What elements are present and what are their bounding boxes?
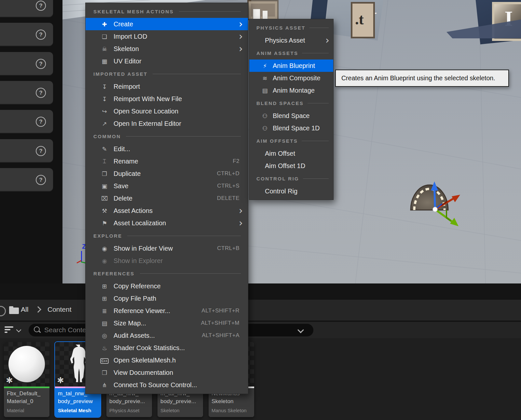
menu-item-open-source-location[interactable]: ↪Open Source Location (86, 105, 248, 117)
menu-item-audit-assets[interactable]: ◎Audit Assets...ALT+SHIFT+A (86, 329, 248, 342)
menu-item-rename[interactable]: ⌶RenameF2 (86, 155, 248, 167)
collapsed-panel-card[interactable]: ? (0, 52, 53, 75)
collapsed-panel-card[interactable]: ? (0, 0, 53, 17)
menu-section-title: AIM OFFSETS (256, 138, 298, 144)
menu-item-create[interactable]: ✚Create› (86, 18, 248, 30)
gizmo-z-axis-arrow[interactable] (434, 189, 435, 209)
menu-item-label: Physics Asset (265, 37, 305, 44)
menu-section-header-blend-spaces: BLEND SPACES (249, 97, 333, 110)
asset-tile-footer: Fbx_Default_Material_0Material (4, 388, 49, 417)
help-question-icon[interactable]: ? (36, 30, 46, 40)
help-question-icon[interactable]: ? (36, 1, 46, 11)
asset-name: Fbx_Default_Material_0 (7, 390, 47, 405)
menu-item-connect-to-source-control[interactable]: ⋔Connect To Source Control... (86, 379, 248, 391)
menu-item-duplicate[interactable]: ❐DuplicateCTRL+D (86, 167, 248, 180)
menu-item-skeleton[interactable]: ☠Skeleton› (86, 43, 248, 55)
menu-item-asset-actions[interactable]: ⚒Asset Actions› (86, 204, 248, 217)
gizmo-y-arrowhead[interactable] (450, 218, 459, 226)
menu-item-shader-cook-statistics[interactable]: ♨Shader Cook Statistics... (86, 342, 248, 354)
menu-item-copy-reference[interactable]: ⊞Copy Reference (86, 280, 248, 292)
help-question-icon[interactable]: ? (36, 146, 46, 156)
menu-item-reference-viewer[interactable]: ≣Reference Viewer...ALT+SHIFT+R (86, 305, 248, 317)
menu-item-reimport[interactable]: ↧Reimport (86, 80, 248, 93)
help-question-icon[interactable]: ? (36, 88, 46, 98)
material-sphere-preview (8, 346, 45, 382)
breadcrumb-root[interactable]: All (21, 306, 28, 313)
menu-item-label: Copy File Path (114, 295, 156, 302)
asset-tile-fbx-default-material-0[interactable]: ✱Fbx_Default_Material_0Material (4, 342, 49, 417)
collapsed-panel-card[interactable]: ? (0, 81, 53, 104)
content-browser: All Content Search Content ✱Fbx_Default_… (0, 283, 521, 420)
menu-item-label: Duplicate (114, 170, 141, 177)
asset-actions-wrench-icon: ⚒ (99, 207, 110, 214)
menu-item-label: Import LOD (114, 33, 147, 40)
breadcrumb-bar: All Content (0, 300, 521, 321)
menu-item-physics-asset[interactable]: Physics Asset› (249, 34, 333, 46)
blend-space-1d-icon: ⚇ (260, 125, 269, 132)
menu-item-open-in-external-editor[interactable]: ↗Open In External Editor (86, 117, 248, 130)
menu-section-title: BLEND SPACES (256, 100, 304, 106)
menu-item-anim-blueprint[interactable]: ⚡Anim Blueprint (249, 59, 333, 72)
menu-item-save[interactable]: ▣SaveCTRL+S (86, 180, 248, 192)
help-question-icon[interactable]: ? (36, 59, 46, 69)
breadcrumb-current[interactable]: Content (48, 306, 72, 313)
menu-section-title: SKELETAL MESH ACTIONS (93, 9, 174, 14)
gizmo-origin[interactable] (433, 207, 437, 212)
menu-item-copy-file-path[interactable]: ⊞Copy File Path (86, 292, 248, 305)
menu-item-uv-editor[interactable]: ▦UV Editor (86, 55, 248, 67)
menu-item-label: Anim Blueprint (273, 62, 315, 70)
submenu-chevron-icon: › (325, 35, 329, 45)
menu-item-asset-localization[interactable]: ⚑Asset Localization› (86, 217, 248, 229)
menu-item-aim-offset[interactable]: Aim Offset (249, 147, 333, 160)
copy-file-path-icon: ⊞ (99, 295, 110, 302)
menu-item-view-documentation[interactable]: ❒View Documentation (86, 366, 248, 379)
menu-item-open-skeletalmesh-h[interactable]: C++Open SkeletalMesh.h (86, 354, 248, 366)
edit-pencil-icon: ✎ (99, 146, 110, 152)
collapsed-panel-card[interactable]: ? (0, 168, 53, 191)
help-question-icon[interactable]: ? (36, 175, 46, 185)
content-browser-top-gap (0, 283, 521, 300)
menu-item-control-rig[interactable]: Control Rig (249, 185, 333, 197)
collapsed-panel-card[interactable]: ? (0, 110, 53, 133)
menu-item-anim-montage[interactable]: ▤Anim Montage (249, 84, 333, 97)
gizmo-y-axis-arrow[interactable] (435, 209, 454, 223)
menu-item-show-in-explorer[interactable]: ◉Show in Explorer (86, 255, 248, 267)
reimport-new-file-icon: ↧ (99, 96, 110, 102)
menu-item-aim-offset-1d[interactable]: Aim Offset 1D (249, 160, 333, 172)
open-external-editor-icon: ↗ (99, 120, 110, 127)
section-divider-line (153, 74, 241, 74)
audit-assets-icon: ◎ (99, 332, 110, 339)
menu-item-size-map[interactable]: ▤Size Map...ALT+SHIFT+M (86, 317, 248, 329)
filter-chevron-icon (16, 327, 21, 333)
menu-item-blend-space[interactable]: ⚇Blend Space (249, 110, 333, 122)
menu-section-header-anim-assets: ANIM ASSETS (249, 46, 333, 59)
menu-item-delete[interactable]: ⌧DeleteDELETE (86, 192, 248, 204)
section-divider-line (179, 11, 241, 12)
filter-button[interactable] (5, 326, 24, 334)
menu-item-edit[interactable]: ✎Edit... (86, 143, 248, 155)
search-options-chevron-icon[interactable] (297, 327, 304, 333)
menu-section-header-aim-offsets: AIM OFFSETS (249, 134, 333, 147)
menu-item-show-in-folder-view[interactable]: ◉Show in Folder ViewCTRL+B (86, 242, 248, 255)
menu-item-label: Show in Folder View (114, 245, 173, 252)
source-control-branch-icon: ⋔ (99, 382, 110, 388)
menu-item-anim-composite[interactable]: ≋Anim Composite (249, 72, 333, 84)
uv-editor-grid-icon: ▦ (99, 58, 110, 65)
menu-item-import-lod[interactable]: ❏Import LOD› (86, 30, 248, 43)
asset-grid: ✱Fbx_Default_Material_0Material✱m_tal_nr… (0, 338, 521, 420)
collapsed-panel-card[interactable]: ? (0, 139, 53, 163)
menu-item-label: Blend Space 1D (273, 125, 320, 132)
size-map-icon: ▤ (99, 320, 110, 327)
anim-montage-icon: ▤ (260, 87, 269, 94)
menu-item-label: Reference Viewer... (114, 307, 170, 315)
section-divider-line (309, 28, 329, 28)
help-question-icon[interactable]: ? (36, 117, 46, 127)
menu-section-title: ANIM ASSETS (256, 50, 298, 56)
menu-item-reimport-with-new-file[interactable]: ↧Reimport With New File (86, 93, 248, 105)
blend-space-icon: ⚇ (260, 112, 269, 119)
gizmo-x-arrowhead[interactable] (452, 195, 460, 202)
collapsed-panel-card[interactable]: ? (0, 23, 53, 46)
create-runner-plus-icon: ✚ (99, 21, 110, 28)
menu-item-blend-space-1d[interactable]: ⚇Blend Space 1D (249, 122, 333, 134)
menu-item-label: UV Editor (114, 58, 142, 65)
